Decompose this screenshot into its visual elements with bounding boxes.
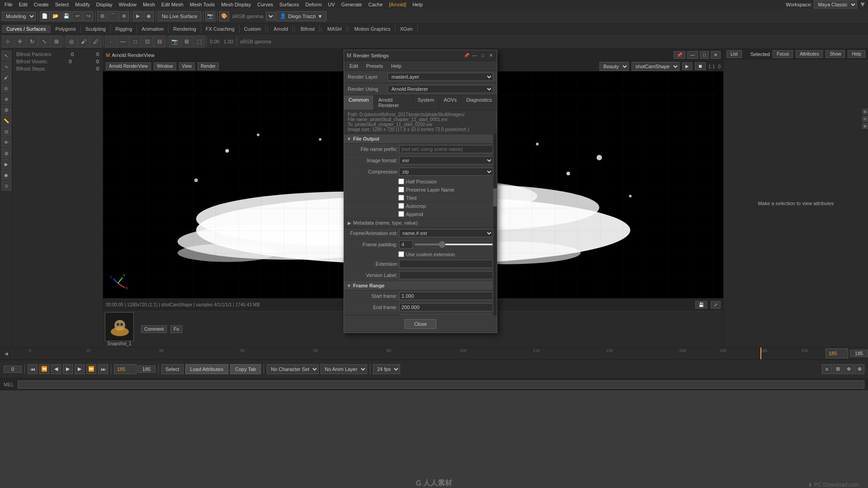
rs-frame-padding-input[interactable] [399, 240, 413, 249]
viewport-close-btn[interactable]: ✕ [711, 51, 721, 59]
open-file-icon[interactable]: 📂 [51, 11, 61, 21]
menu-mesh[interactable]: Mesh [140, 1, 158, 8]
menu-mesh-tools[interactable]: Mesh Tools [187, 1, 217, 8]
menu-curves[interactable]: Curves [255, 1, 276, 8]
sculpt-icon[interactable]: 🖌 [78, 36, 90, 47]
tool-grid-icon[interactable]: ⊟ [1, 127, 11, 136]
bc-icon-4[interactable]: ⊗ [854, 364, 864, 374]
frame-start-input[interactable] [4, 366, 22, 373]
rs-half-precision-checkbox[interactable] [398, 178, 404, 184]
user-btn[interactable]: 👤 Diego Trazzi ▼ [276, 11, 326, 21]
redo-icon[interactable]: ↪ [83, 11, 93, 21]
rs-version-label-input[interactable] [399, 271, 493, 279]
tool-measure-icon[interactable]: 📏 [1, 116, 11, 126]
tool-select-icon[interactable]: ↖ [1, 51, 11, 61]
mel-input[interactable] [18, 380, 864, 389]
menu-select[interactable]: Select [52, 1, 72, 8]
rs-autocrop-checkbox[interactable] [398, 203, 404, 209]
rs-custom-ext-checkbox[interactable] [398, 251, 404, 257]
rs-frame-range-header[interactable]: ▼ Frame Range [344, 281, 497, 291]
vp-save-frame-btn[interactable]: 💾 [695, 301, 707, 309]
multi-icon[interactable]: ⊟ [154, 36, 165, 47]
tool-render-icon[interactable]: ▶ [1, 159, 11, 169]
strip-icon-3[interactable]: ⊠ [862, 123, 868, 129]
anim-layer-select[interactable]: No Anim Layer [321, 364, 367, 374]
play-next-btn[interactable]: ▶ [75, 364, 85, 374]
face-icon[interactable]: □ [129, 36, 141, 47]
timeline-ruler[interactable]: 0 15 30 50 65 80 100 115 130 150 165 180… [13, 347, 826, 359]
timeline-area[interactable]: ◀ 0 15 30 50 65 80 100 115 130 150 165 1… [0, 347, 868, 360]
vp-file-btn[interactable]: Arnold RenderView [106, 62, 151, 70]
select-tool-icon[interactable]: ⊹ [2, 36, 14, 47]
tab-xgen[interactable]: XGen [396, 25, 418, 33]
edge-icon[interactable]: — [117, 36, 129, 47]
focus-btn[interactable]: Focus [773, 50, 793, 58]
rs-tab-common[interactable]: Common [344, 95, 374, 110]
tab-rendering[interactable]: Rendering [169, 25, 201, 33]
tool-brush-icon[interactable]: ◎ [1, 83, 11, 93]
tool-nodes-icon[interactable]: ⊙ [1, 181, 11, 191]
rs-scrollbar-thumb[interactable] [493, 188, 497, 206]
snap-curve-icon[interactable]: ⌒ [108, 11, 118, 21]
rs-close-btn-title[interactable]: ✕ [488, 52, 494, 59]
snap-point-icon[interactable]: ⊕ [119, 11, 129, 21]
menu-arnold[interactable]: [Arnold] [387, 1, 409, 8]
tab-sculpting[interactable]: Sculpting [81, 25, 111, 33]
play-prev-key-btn[interactable]: ⏪ [39, 364, 49, 374]
paint-icon[interactable]: 🖊 [90, 36, 102, 47]
vp-render-btn[interactable]: Render [198, 62, 219, 70]
viewport-minimize-btn[interactable]: — [687, 51, 698, 59]
ipr-icon[interactable]: ◉ [144, 11, 154, 21]
rs-tab-system[interactable]: System [413, 95, 439, 110]
undo-icon[interactable]: ↩ [72, 11, 82, 21]
play-start-btn[interactable]: ⏮ [28, 364, 38, 374]
mode-select[interactable]: Modeling [2, 12, 36, 21]
strip-icon-1[interactable]: ⊞ [862, 108, 868, 115]
vp-view-btn[interactable]: View [179, 62, 195, 70]
rs-tab-aovs[interactable]: AOVs [439, 95, 462, 110]
rs-preserve-layer-checkbox[interactable] [398, 187, 404, 192]
save-file-icon[interactable]: 💾 [61, 11, 71, 21]
rs-menu-presets[interactable]: Presets [363, 62, 387, 70]
tool-pivot-icon[interactable]: ⊕ [1, 94, 11, 104]
rs-metadata-row[interactable]: ▶ Metadata (name, type, value) [344, 218, 497, 228]
play-btn[interactable]: ▶ [63, 364, 73, 374]
tab-motion-graphics[interactable]: Motion Graphics [350, 25, 396, 33]
bc-icon-3[interactable]: ⊕ [844, 364, 854, 374]
tab-animation[interactable]: Animation [137, 25, 169, 33]
scale-tool-icon[interactable]: ⤡ [38, 36, 50, 47]
tab-arnold[interactable]: Arnold [269, 25, 293, 33]
rs-file-output-header[interactable]: ▼ File Output [344, 134, 497, 144]
rs-body[interactable]: ▼ File Output File name prefix: Image fo… [344, 134, 497, 315]
tab-rigging[interactable]: Rigging [111, 25, 137, 33]
timeline-playhead[interactable] [760, 347, 761, 359]
rs-menu-help[interactable]: Help [387, 62, 405, 70]
uvs-icon[interactable]: ⊡ [142, 36, 153, 47]
snapshot-comment-btn[interactable]: Comment [141, 325, 167, 333]
rs-maximize-btn[interactable]: □ [480, 52, 486, 59]
rs-frame-padding-slider[interactable] [415, 244, 493, 245]
timeline-expand-btn[interactable]: ◀ [0, 347, 13, 359]
tool-paint-icon[interactable]: 🖌 [1, 72, 11, 82]
rs-image-format-select[interactable]: exr [399, 156, 493, 164]
list-btn[interactable]: List [726, 50, 742, 58]
rs-render-layer-select[interactable]: masterLayer [387, 73, 493, 81]
snap-grid-icon[interactable]: ⊞ [97, 11, 107, 21]
play-next-key-btn[interactable]: ⏩ [86, 364, 96, 374]
fps-select[interactable]: 24 fps [373, 364, 400, 374]
vertex-icon[interactable]: · [105, 36, 117, 47]
vp-play-btn[interactable]: ▶ [682, 62, 692, 70]
rs-tab-diagnostics[interactable]: Diagnostics [462, 95, 497, 110]
menu-generate[interactable]: Generate [339, 1, 365, 8]
render-icon[interactable]: ▶ [133, 11, 143, 21]
strip-icon-2[interactable]: ⊟ [862, 116, 868, 122]
menu-edit-mesh[interactable]: Edit Mesh [159, 1, 186, 8]
show-btn[interactable]: Show [826, 50, 845, 58]
timeline-frame-input[interactable] [850, 350, 868, 357]
color-scheme-icon[interactable]: 🎨 [219, 11, 229, 21]
character-set-select[interactable]: No Character Set [267, 364, 319, 374]
vp-expand-btn[interactable]: ⤢ [711, 301, 721, 309]
viewport-maximize-btn[interactable]: □ [700, 51, 709, 59]
tab-polygons[interactable]: Polygons [51, 25, 80, 33]
rs-end-frame-input[interactable] [399, 303, 493, 311]
